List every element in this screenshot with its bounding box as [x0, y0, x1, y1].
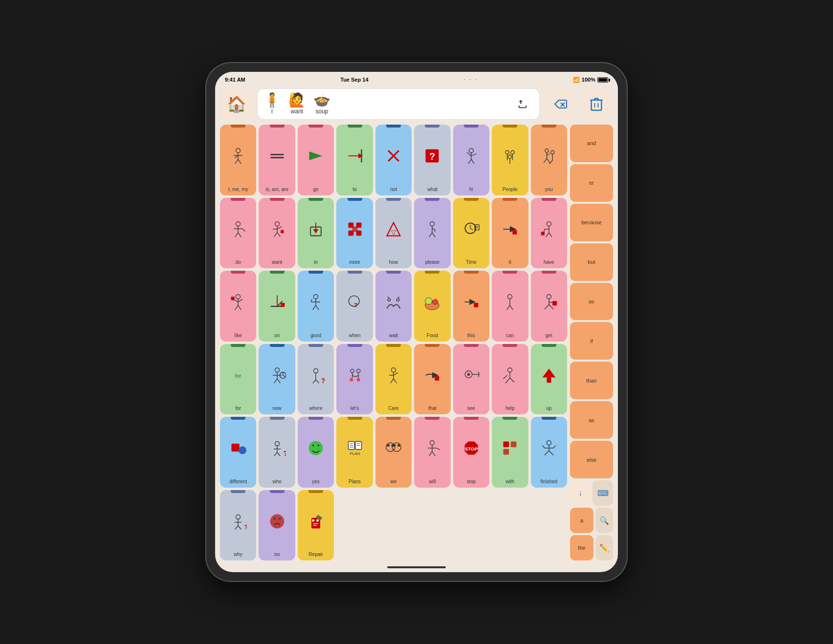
cell-time[interactable]: Time [453, 198, 489, 269]
svg-point-34 [550, 150, 554, 154]
status-dots: · · · [463, 76, 478, 84]
cell-where[interactable]: ? where [298, 344, 334, 415]
cell-who[interactable]: ? who [259, 417, 295, 488]
backspace-button[interactable] [545, 88, 576, 120]
svg-point-103 [396, 299, 399, 301]
svg-point-28 [511, 150, 514, 154]
cell-hi[interactable]: hi [453, 125, 489, 195]
cell-stop[interactable]: STOP stop [453, 417, 489, 488]
cell-people[interactable]: People [492, 125, 528, 195]
that-label: that [428, 406, 437, 411]
side-item-and[interactable]: and [570, 125, 613, 162]
side-item-else[interactable]: else [570, 441, 613, 478]
cell-not[interactable]: not [375, 125, 412, 195]
cell-have[interactable]: have [531, 198, 567, 269]
cell-plans[interactable]: PLAN Plans [336, 417, 373, 488]
side-item-if[interactable]: if [570, 322, 613, 360]
cell-that[interactable]: that [414, 344, 450, 415]
cell-on[interactable]: on [259, 271, 295, 342]
cell-see[interactable]: see [453, 344, 489, 415]
stop-label: stop [466, 479, 476, 485]
why-label: why [234, 552, 242, 558]
cell-finished[interactable]: finished [531, 417, 567, 488]
svg-point-187 [430, 441, 435, 445]
cell-is-am-are[interactable]: is, am, are [259, 125, 295, 195]
cell-yes[interactable]: yes [298, 417, 334, 488]
cell-help[interactable]: help [492, 344, 528, 415]
cell-up[interactable]: up [531, 344, 567, 415]
side-item-as[interactable]: as [570, 401, 613, 439]
svg-point-21 [469, 149, 473, 153]
cell-can[interactable]: can [492, 271, 528, 342]
svg-line-86 [235, 305, 238, 310]
side-item-or[interactable]: or [570, 164, 613, 202]
phrase-item-2: 🙋 want [288, 93, 306, 115]
svg-line-147 [394, 379, 396, 383]
home-button[interactable]: 🏠 [221, 88, 252, 120]
cell-repair[interactable]: Repair [298, 490, 334, 561]
cell-when[interactable]: ? when [336, 271, 373, 342]
side-item-the[interactable]: the [570, 535, 593, 560]
svg-line-98 [313, 305, 316, 310]
cell-more[interactable]: more [336, 198, 373, 269]
cell-go[interactable]: go [298, 125, 334, 195]
cell-different[interactable]: different [220, 417, 256, 488]
cell-i-me-my[interactable]: I, me, my [220, 125, 256, 195]
cell-for[interactable]: for for [220, 344, 256, 415]
cell-it[interactable]: it [492, 198, 528, 269]
keyboard-button[interactable]: ⌨ [592, 480, 613, 506]
cell-we[interactable]: we [375, 417, 412, 488]
cell-you[interactable]: you [531, 125, 567, 195]
cell-wait[interactable]: wait [375, 271, 412, 342]
svg-point-141 [356, 378, 360, 381]
that-icon [423, 346, 441, 405]
svg-line-104 [388, 297, 389, 299]
cell-want[interactable]: want [259, 198, 295, 269]
cell-please[interactable]: please [414, 198, 450, 269]
delete-button[interactable] [581, 88, 612, 120]
cell-care[interactable]: Care [375, 344, 412, 415]
now-label: now [272, 406, 281, 411]
side-item-because[interactable]: because [570, 204, 613, 241]
down-button[interactable]: ↓ [570, 480, 591, 506]
cell-why[interactable]: ? why [220, 490, 256, 561]
svg-line-52 [277, 232, 280, 236]
cell-now[interactable]: now [259, 344, 295, 415]
cell-to[interactable]: to [336, 125, 373, 195]
cell-food[interactable]: Food [414, 271, 450, 342]
cell-what[interactable]: ? what [414, 125, 450, 195]
cell-this[interactable]: this [453, 271, 489, 342]
cell-in[interactable]: in [298, 198, 334, 269]
home-bar [387, 566, 446, 568]
side-item-a[interactable]: a [570, 508, 593, 533]
svg-rect-197 [504, 449, 509, 455]
see-icon [462, 346, 480, 405]
svg-line-79 [546, 233, 548, 237]
side-item-than[interactable]: than [570, 362, 613, 399]
side-item-but[interactable]: but [570, 243, 613, 281]
cell-no[interactable]: no [259, 490, 295, 561]
svg-text:for: for [235, 373, 241, 379]
cell-like[interactable]: like [220, 271, 256, 342]
svg-rect-196 [511, 442, 517, 448]
pencil-button[interactable]: ✏️ [595, 535, 613, 560]
cell-do[interactable]: do [220, 198, 256, 269]
phrase-icon-i: 🧍 [263, 93, 281, 107]
is-am-are-label: is, am, are [265, 187, 288, 193]
cell-how[interactable]: ▽ how [375, 198, 412, 269]
cell-good[interactable]: good [298, 271, 334, 342]
svg-point-123 [275, 367, 279, 372]
svg-text:?: ? [429, 151, 435, 162]
search-button[interactable]: 🔍 [595, 508, 613, 533]
on-icon [268, 273, 286, 332]
share-button[interactable] [512, 93, 533, 115]
svg-line-154 [478, 374, 479, 377]
svg-line-157 [505, 378, 510, 383]
cell-will[interactable]: will [414, 417, 450, 488]
cell-lets[interactable]: let's [336, 344, 373, 415]
side-item-so[interactable]: so [570, 283, 613, 321]
get-label: get [546, 333, 552, 339]
cell-with[interactable]: with [492, 417, 528, 488]
svg-rect-53 [281, 230, 284, 233]
cell-get[interactable]: get [531, 271, 567, 342]
